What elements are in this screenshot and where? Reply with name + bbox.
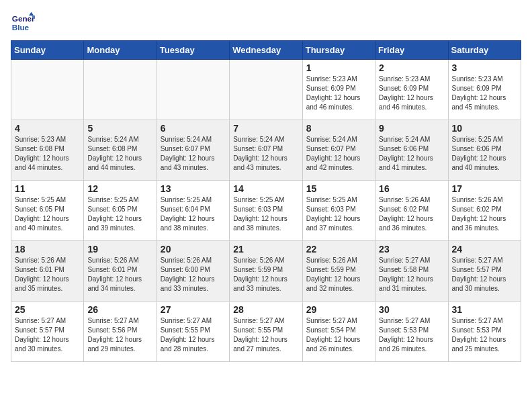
logo: General Blue: [11, 11, 38, 35]
day-cell: 12Sunrise: 5:25 AM Sunset: 6:05 PM Dayli…: [84, 181, 157, 241]
day-cell: 30Sunrise: 5:27 AM Sunset: 5:53 PM Dayli…: [375, 302, 448, 362]
day-info: Sunrise: 5:26 AM Sunset: 5:59 PM Dayligh…: [306, 256, 371, 293]
day-number: 3: [452, 62, 517, 73]
day-cell: 3Sunrise: 5:23 AM Sunset: 6:09 PM Daylig…: [448, 60, 521, 120]
day-info: Sunrise: 5:27 AM Sunset: 5:56 PM Dayligh…: [87, 316, 152, 354]
day-number: 13: [161, 183, 226, 194]
day-number: 30: [379, 304, 444, 315]
day-cell: 15Sunrise: 5:25 AM Sunset: 6:03 PM Dayli…: [302, 181, 375, 241]
day-number: 4: [15, 123, 80, 134]
day-number: 8: [306, 123, 371, 134]
day-info: Sunrise: 5:26 AM Sunset: 6:01 PM Dayligh…: [15, 256, 80, 293]
day-info: Sunrise: 5:26 AM Sunset: 6:02 PM Dayligh…: [379, 195, 444, 233]
day-info: Sunrise: 5:25 AM Sunset: 6:06 PM Dayligh…: [452, 135, 517, 173]
day-number: 15: [306, 183, 371, 194]
day-number: 31: [452, 304, 517, 315]
week-row-5: 25Sunrise: 5:27 AM Sunset: 5:57 PM Dayli…: [11, 302, 521, 362]
day-cell: 22Sunrise: 5:26 AM Sunset: 5:59 PM Dayli…: [302, 241, 375, 302]
day-number: 14: [233, 183, 298, 194]
header: General Blue: [11, 11, 521, 35]
day-number: 23: [379, 244, 444, 255]
day-cell: 4Sunrise: 5:23 AM Sunset: 6:08 PM Daylig…: [11, 120, 84, 181]
day-cell: 17Sunrise: 5:26 AM Sunset: 6:02 PM Dayli…: [448, 181, 521, 241]
day-cell: 2Sunrise: 5:23 AM Sunset: 6:09 PM Daylig…: [375, 60, 448, 120]
day-info: Sunrise: 5:27 AM Sunset: 5:55 PM Dayligh…: [161, 316, 226, 354]
day-number: 7: [233, 123, 298, 134]
logo-icon: General Blue: [11, 11, 35, 35]
day-info: Sunrise: 5:27 AM Sunset: 5:57 PM Dayligh…: [452, 256, 517, 293]
day-info: Sunrise: 5:24 AM Sunset: 6:07 PM Dayligh…: [161, 135, 226, 173]
day-cell: 10Sunrise: 5:25 AM Sunset: 6:06 PM Dayli…: [448, 120, 521, 181]
day-cell: 29Sunrise: 5:27 AM Sunset: 5:54 PM Dayli…: [302, 302, 375, 362]
day-info: Sunrise: 5:25 AM Sunset: 6:05 PM Dayligh…: [87, 195, 152, 233]
day-info: Sunrise: 5:27 AM Sunset: 5:53 PM Dayligh…: [452, 316, 517, 354]
day-cell: 20Sunrise: 5:26 AM Sunset: 6:00 PM Dayli…: [157, 241, 229, 302]
header-monday: Monday: [84, 41, 157, 60]
day-info: Sunrise: 5:26 AM Sunset: 5:59 PM Dayligh…: [233, 256, 298, 293]
day-number: 11: [15, 183, 80, 194]
day-cell: 13Sunrise: 5:25 AM Sunset: 6:04 PM Dayli…: [157, 181, 229, 241]
week-row-1: 1Sunrise: 5:23 AM Sunset: 6:09 PM Daylig…: [11, 60, 521, 120]
calendar-header-row: SundayMondayTuesdayWednesdayThursdayFrid…: [11, 41, 521, 60]
day-cell: 16Sunrise: 5:26 AM Sunset: 6:02 PM Dayli…: [375, 181, 448, 241]
day-info: Sunrise: 5:27 AM Sunset: 5:53 PM Dayligh…: [379, 316, 444, 354]
day-number: 9: [379, 123, 444, 134]
day-info: Sunrise: 5:27 AM Sunset: 5:57 PM Dayligh…: [15, 316, 80, 354]
day-info: Sunrise: 5:27 AM Sunset: 5:55 PM Dayligh…: [233, 316, 298, 354]
day-info: Sunrise: 5:24 AM Sunset: 6:07 PM Dayligh…: [233, 135, 298, 173]
day-cell: 24Sunrise: 5:27 AM Sunset: 5:57 PM Dayli…: [448, 241, 521, 302]
day-cell: 7Sunrise: 5:24 AM Sunset: 6:07 PM Daylig…: [230, 120, 302, 181]
day-cell: 19Sunrise: 5:26 AM Sunset: 6:01 PM Dayli…: [84, 241, 157, 302]
day-number: 19: [87, 244, 152, 255]
day-number: 22: [306, 244, 371, 255]
day-number: 25: [15, 304, 80, 315]
day-cell: 27Sunrise: 5:27 AM Sunset: 5:55 PM Dayli…: [157, 302, 229, 362]
day-info: Sunrise: 5:23 AM Sunset: 6:09 PM Dayligh…: [379, 75, 444, 112]
day-info: Sunrise: 5:25 AM Sunset: 6:03 PM Dayligh…: [233, 195, 298, 233]
day-number: 16: [379, 183, 444, 194]
day-cell: [11, 60, 84, 120]
day-info: Sunrise: 5:24 AM Sunset: 6:07 PM Dayligh…: [306, 135, 371, 173]
day-number: 24: [452, 244, 517, 255]
header-friday: Friday: [375, 41, 448, 60]
day-number: 5: [87, 123, 152, 134]
header-tuesday: Tuesday: [157, 41, 229, 60]
week-row-2: 4Sunrise: 5:23 AM Sunset: 6:08 PM Daylig…: [11, 120, 521, 181]
day-number: 21: [233, 244, 298, 255]
day-cell: 9Sunrise: 5:24 AM Sunset: 6:06 PM Daylig…: [375, 120, 448, 181]
header-thursday: Thursday: [302, 41, 375, 60]
day-info: Sunrise: 5:25 AM Sunset: 6:03 PM Dayligh…: [306, 195, 371, 233]
calendar-table: SundayMondayTuesdayWednesdayThursdayFrid…: [11, 40, 521, 362]
day-info: Sunrise: 5:27 AM Sunset: 5:54 PM Dayligh…: [306, 316, 371, 354]
day-info: Sunrise: 5:25 AM Sunset: 6:05 PM Dayligh…: [15, 195, 80, 233]
week-row-3: 11Sunrise: 5:25 AM Sunset: 6:05 PM Dayli…: [11, 181, 521, 241]
day-cell: 1Sunrise: 5:23 AM Sunset: 6:09 PM Daylig…: [302, 60, 375, 120]
day-info: Sunrise: 5:25 AM Sunset: 6:04 PM Dayligh…: [161, 195, 226, 233]
day-number: 12: [87, 183, 152, 194]
day-cell: 23Sunrise: 5:27 AM Sunset: 5:58 PM Dayli…: [375, 241, 448, 302]
day-info: Sunrise: 5:26 AM Sunset: 6:01 PM Dayligh…: [87, 256, 152, 293]
header-saturday: Saturday: [448, 41, 521, 60]
header-wednesday: Wednesday: [230, 41, 302, 60]
day-number: 2: [379, 62, 444, 73]
day-cell: 6Sunrise: 5:24 AM Sunset: 6:07 PM Daylig…: [157, 120, 229, 181]
day-cell: 14Sunrise: 5:25 AM Sunset: 6:03 PM Dayli…: [230, 181, 302, 241]
day-cell: 21Sunrise: 5:26 AM Sunset: 5:59 PM Dayli…: [230, 241, 302, 302]
day-number: 29: [306, 304, 371, 315]
day-number: 18: [15, 244, 80, 255]
day-cell: 5Sunrise: 5:24 AM Sunset: 6:08 PM Daylig…: [84, 120, 157, 181]
day-cell: [157, 60, 229, 120]
day-number: 17: [452, 183, 517, 194]
day-info: Sunrise: 5:23 AM Sunset: 6:09 PM Dayligh…: [452, 75, 517, 112]
day-cell: 31Sunrise: 5:27 AM Sunset: 5:53 PM Dayli…: [448, 302, 521, 362]
day-info: Sunrise: 5:23 AM Sunset: 6:09 PM Dayligh…: [306, 75, 371, 112]
day-info: Sunrise: 5:24 AM Sunset: 6:08 PM Dayligh…: [87, 135, 152, 173]
day-info: Sunrise: 5:24 AM Sunset: 6:06 PM Dayligh…: [379, 135, 444, 173]
week-row-4: 18Sunrise: 5:26 AM Sunset: 6:01 PM Dayli…: [11, 241, 521, 302]
day-cell: [84, 60, 157, 120]
day-number: 27: [161, 304, 226, 315]
svg-text:Blue: Blue: [12, 23, 30, 32]
day-cell: [230, 60, 302, 120]
day-number: 20: [161, 244, 226, 255]
day-cell: 26Sunrise: 5:27 AM Sunset: 5:56 PM Dayli…: [84, 302, 157, 362]
